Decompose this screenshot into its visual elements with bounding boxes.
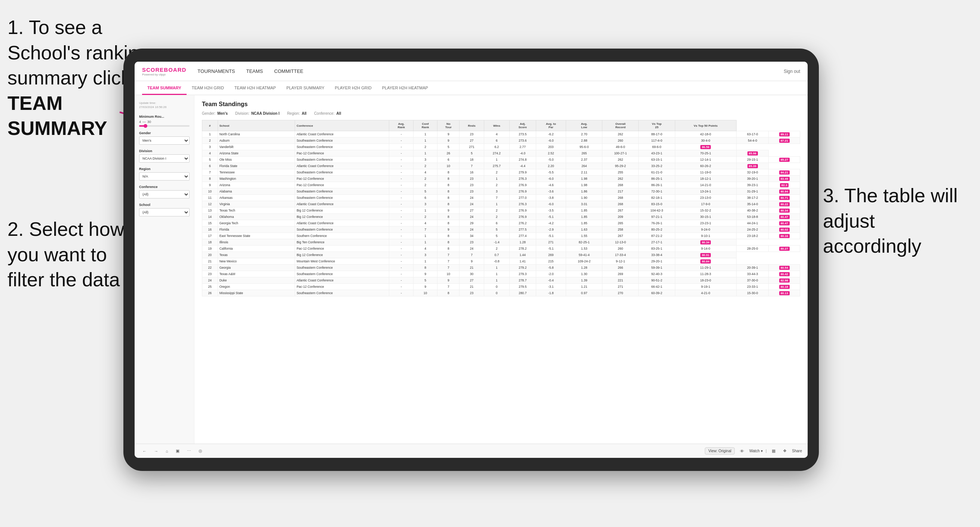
gender-display: Gender: Men's	[202, 111, 228, 116]
table-row: 5Ole MissSoutheastern Conference-3618127…	[202, 157, 800, 163]
table-row: 15Georgia TechAtlantic Coast Conference-…	[202, 220, 800, 227]
score-badge: 80.22	[779, 202, 790, 206]
view-original-btn[interactable]: View: Original	[705, 448, 735, 454]
col-avg-to-par: Avg. toPar	[536, 121, 566, 131]
table-row: 16FloridaSoutheastern Conference-7924527…	[202, 227, 800, 233]
table-row: 25OregonPac-12 Conference-97210279.5-3.1…	[202, 284, 800, 290]
conference-filter: Conference (All) Pac-12 Conference South…	[139, 185, 189, 198]
score-badge: 80.34	[700, 240, 711, 244]
region-filter: Region N/A East West	[139, 167, 189, 181]
tablet-device: SCOREBOARD Powered by clippi TOURNAMENTS…	[123, 49, 819, 471]
instruction-2: 2. Select how you want to filter the dat…	[8, 217, 124, 293]
gender-label: Gender	[139, 131, 189, 135]
score-badge: 80.42	[779, 272, 790, 276]
school-label: School	[139, 203, 189, 207]
eye-icon: 👁	[738, 448, 746, 454]
min-row-section: Minimum Rou... 4 — 30	[139, 115, 189, 127]
table-row: 4Arizona StatePac-12 Conference-1265274.…	[202, 150, 800, 157]
table-title: Team Standings	[202, 101, 800, 108]
col-avg-low: Avg.Low	[566, 121, 602, 131]
division-label: Division	[139, 149, 189, 153]
score-badge: 80.84	[700, 259, 711, 264]
division-filter: Division NCAA Division I NCAA Division I…	[139, 149, 189, 163]
score-badge: 80.71	[779, 196, 790, 200]
region-select[interactable]: N/A East West	[139, 172, 189, 181]
region-display: Region: All	[287, 111, 307, 116]
expand-icon[interactable]: ❖	[781, 448, 789, 454]
score-badge: 84.21	[779, 170, 790, 175]
nav-teams[interactable]: TEAMS	[247, 67, 263, 76]
col-wins: Wins	[484, 121, 509, 131]
region-label: Region	[139, 167, 189, 171]
table-row: 8WashingtonPac-12 Conference-28231276.3-…	[202, 176, 800, 182]
score-badge: 80.02	[779, 228, 790, 232]
logo-scoreboard: SCOREBOARD	[142, 67, 186, 73]
score-badge: 80.13	[779, 291, 790, 295]
min-row-slider[interactable]	[139, 125, 189, 127]
table-row: 12VirginiaAtlantic Coast Conference-3824…	[202, 201, 800, 208]
col-adj-score: Adj.Score	[510, 121, 536, 131]
division-display: Division: NCAA Division I	[235, 111, 280, 116]
table-row: 26Mississippi StateSoutheastern Conferen…	[202, 290, 800, 297]
update-time: Update time: 27/03/2024 16:56:26	[139, 101, 189, 109]
nav-tournaments[interactable]: TOURNAMENTS	[197, 67, 235, 76]
school-filter: School (All)	[139, 203, 189, 216]
conference-label: Conference	[139, 185, 189, 189]
score-badge: 85.27	[779, 158, 790, 162]
col-vs-top25: Vs Top25	[639, 121, 675, 131]
tab-team-h2h-grid[interactable]: TEAM H2H GRID	[186, 81, 229, 95]
left-panel: Update time: 27/03/2024 16:56:26 Minimum…	[135, 95, 194, 444]
score-badge: 80.91	[700, 253, 711, 257]
grid-icon: ▦	[770, 448, 778, 454]
nav-committee[interactable]: COMMITTEE	[274, 67, 303, 76]
clock-btn[interactable]: ◎	[196, 448, 205, 454]
tab-player-h2h-heatmap[interactable]: PLAYER H2H HEATMAP	[377, 81, 433, 95]
sub-nav: TEAM SUMMARY TEAM H2H GRID TEAM H2H HEAT…	[135, 81, 808, 95]
table-row: 13Texas TechBig 12 Conference-19272276.9…	[202, 208, 800, 214]
table-row: 24DukeAtlantic Coast Conference-59271278…	[202, 277, 800, 284]
copy-btn[interactable]: ▣	[173, 448, 182, 454]
score-badge: 82.3	[780, 183, 789, 187]
table-row: 23Texas A&MSoutheastern Conference-91030…	[202, 271, 800, 277]
table-row: 2AuburnSoutheastern Conference-19276273.…	[202, 138, 800, 144]
main-content: Update time: 27/03/2024 16:56:26 Minimum…	[135, 95, 808, 444]
col-conference: Conference	[295, 121, 389, 131]
more-btn[interactable]: ⋯	[185, 448, 193, 454]
tab-team-h2h-heatmap[interactable]: TEAM H2H HEATMAP	[229, 81, 281, 95]
table-row: 17East Tennessee StateSouthern Conferenc…	[202, 233, 800, 239]
watch-btn[interactable]: Watch ▾	[749, 449, 763, 453]
home-btn[interactable]: ⌂	[163, 448, 170, 454]
tab-player-summary[interactable]: PLAYER SUMMARY	[281, 81, 330, 95]
table-row: 22GeorgiaSoutheastern Conference-8721127…	[202, 265, 800, 271]
score-badge: 80.47	[779, 215, 790, 219]
school-select[interactable]: (All)	[139, 208, 189, 216]
nav-links: TOURNAMENTS TEAMS COMMITTEE	[197, 67, 784, 76]
score-badge: 80.16	[779, 234, 790, 238]
score-badge: 86.58	[700, 145, 711, 149]
redo-btn[interactable]: →	[152, 448, 161, 454]
col-rnds: Rnds	[460, 121, 484, 131]
conference-select[interactable]: (All) Pac-12 Conference Southeastern Con…	[139, 190, 189, 198]
table-row: 3VanderbiltSoutheastern Conference-25271…	[202, 144, 800, 150]
tab-team-summary[interactable]: TEAM SUMMARY	[142, 81, 186, 95]
score-badge: 85.98	[748, 151, 758, 156]
table-row: 11ArkansasSoutheastern Conference-682472…	[202, 195, 800, 201]
division-select[interactable]: NCAA Division I NCAA Division II NCAA Di…	[139, 154, 189, 163]
col-overall: OverallRecord	[602, 121, 639, 131]
tab-player-h2h-grid[interactable]: PLAYER H2H GRID	[330, 81, 377, 95]
col-rank: #	[202, 121, 218, 131]
undo-btn[interactable]: ←	[140, 448, 149, 454]
score-badge: 80.34	[779, 209, 790, 213]
score-badge: 80.27	[779, 247, 790, 251]
table-row: 21New MexicoMountain West Conference-179…	[202, 258, 800, 265]
score-badge: 82.98	[779, 278, 790, 283]
col-vs-top50: Vs Top 50 Points	[675, 121, 736, 131]
score-badge: 80.54	[779, 266, 790, 270]
share-btn[interactable]: Share	[792, 449, 802, 453]
table-row: 7TennesseeSoutheastern Conference-481622…	[202, 169, 800, 176]
standings-table: # School Conference Avg.Rank ConfRank No…	[202, 120, 800, 297]
table-row: 19CaliforniaPac-12 Conference-48242278.2…	[202, 246, 800, 252]
gender-select[interactable]: Men's Women's	[139, 137, 189, 144]
sign-out-link[interactable]: Sign out	[784, 69, 800, 74]
score-badge: 83.49	[779, 177, 790, 181]
